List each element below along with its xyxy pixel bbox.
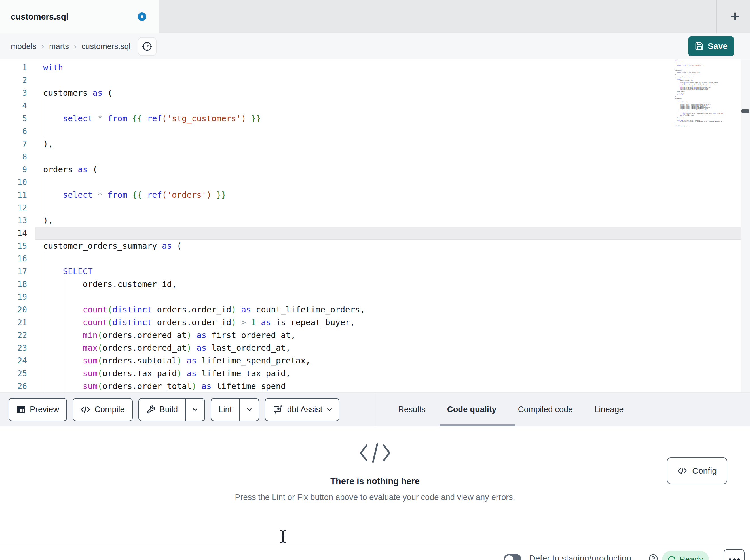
code-line[interactable]: 9orders as (: [0, 163, 750, 176]
code-line[interactable]: 3customers as (: [0, 87, 750, 99]
code-quality-panel: Config There is nothing here Press the L…: [0, 441, 750, 546]
code-line[interactable]: 10: [0, 176, 750, 189]
code-line[interactable]: 23 max(orders.ordered_at) as last_ordere…: [0, 341, 750, 354]
code-line[interactable]: 2: [0, 74, 750, 87]
code-line[interactable]: 7),: [0, 138, 750, 150]
code-line[interactable]: 11 select * from {{ ref('orders') }}: [0, 189, 750, 201]
code-line[interactable]: 1with: [0, 61, 750, 74]
dot: [737, 558, 740, 560]
line-number: 13: [0, 214, 36, 227]
status-bar: Defer to staging/production Ready: [0, 546, 750, 560]
code-icon: [81, 405, 90, 414]
compile-label: Compile: [94, 405, 124, 414]
breadcrumb-marts[interactable]: marts: [49, 42, 69, 51]
config-button[interactable]: Config: [667, 457, 727, 484]
code-line[interactable]: 12: [0, 201, 750, 214]
breadcrumb-file[interactable]: customers.sql: [82, 42, 131, 51]
code-line[interactable]: 17 SELECT: [0, 265, 750, 278]
breadcrumb-separator: ›: [41, 42, 44, 51]
line-number: 24: [0, 354, 36, 367]
wrench-icon: [146, 405, 155, 414]
assist-chat-icon: [273, 405, 283, 415]
tab-compiled-code[interactable]: Compiled code: [518, 405, 573, 414]
defer-label: Defer to staging/production: [529, 554, 631, 560]
lint-main[interactable]: Lint: [211, 398, 239, 421]
build-label: Build: [160, 405, 178, 414]
compass-icon: [141, 41, 153, 52]
empty-state-title: There is nothing here: [0, 476, 750, 486]
code-icon: [677, 467, 687, 475]
explore-lineage-button[interactable]: [138, 37, 157, 56]
line-number: 16: [0, 252, 36, 265]
code-line[interactable]: 16: [0, 252, 750, 265]
empty-state-code-icon: [0, 441, 750, 465]
config-label: Config: [692, 466, 717, 476]
code-line[interactable]: 22 min(orders.ordered_at) as first_order…: [0, 329, 750, 341]
code-line[interactable]: 8: [0, 150, 750, 163]
overflow-menu-button[interactable]: [724, 549, 745, 560]
editor-toolbar: Preview Compile Build L: [0, 392, 750, 426]
tab-divider: [716, 0, 716, 34]
dot: [729, 558, 731, 560]
code-line[interactable]: 25 sum(orders.tax_paid) as lifetime_tax_…: [0, 367, 750, 380]
build-main[interactable]: Build: [139, 398, 185, 421]
line-number: 11: [0, 189, 36, 201]
dbt-ide-window: customers.sql + models › marts › custome…: [0, 0, 750, 560]
code-line[interactable]: 26 sum(orders.order_total) as lifetime_s…: [0, 380, 750, 392]
line-number: 7: [0, 138, 36, 150]
new-tab-button[interactable]: +: [723, 4, 747, 29]
code-line[interactable]: 21 count(distinct orders.order_id) > 1 a…: [0, 316, 750, 329]
lint-button[interactable]: Lint: [211, 398, 259, 421]
dbt-assist-dropdown-button[interactable]: [325, 398, 339, 421]
preview-label: Preview: [30, 405, 59, 414]
tab-title: customers.sql: [11, 12, 68, 22]
dbt-assist-button[interactable]: dbt Assist: [265, 398, 339, 421]
table-icon: [17, 405, 25, 414]
line-number: 5: [0, 112, 36, 125]
save-button[interactable]: Save: [689, 36, 734, 56]
code-line[interactable]: 20 count(distinct orders.order_id) as co…: [0, 303, 750, 316]
code-line[interactable]: 15customer_orders_summary as (: [0, 240, 750, 252]
editor-scrollbar[interactable]: [741, 60, 750, 392]
build-dropdown-button[interactable]: [185, 398, 204, 421]
breadcrumb-models[interactable]: models: [11, 42, 36, 51]
code-lines: 1with23customers as (45 select * from {{…: [0, 60, 750, 392]
dbt-assist-label: dbt Assist: [287, 405, 322, 414]
minimap[interactable]: withcustomers as ( select * from {{ ref(…: [675, 60, 741, 134]
line-number: 17: [0, 265, 36, 278]
line-number: 23: [0, 341, 36, 354]
code-line[interactable]: 4: [0, 99, 750, 112]
line-number: 22: [0, 329, 36, 341]
code-line[interactable]: 14: [0, 227, 750, 240]
tab-results[interactable]: Results: [398, 405, 426, 414]
breadcrumb-bar: models › marts › customers.sql Save: [0, 34, 750, 60]
code-line[interactable]: 24 sum(orders.subtotal) as lifetime_spen…: [0, 354, 750, 367]
results-tabs: Results Code quality Compiled code Linea…: [398, 393, 624, 426]
build-button[interactable]: Build: [138, 398, 205, 421]
tab-lineage[interactable]: Lineage: [594, 405, 624, 414]
code-line[interactable]: 6: [0, 125, 750, 138]
code-line[interactable]: 19: [0, 291, 750, 303]
dot: [733, 558, 735, 560]
active-tab-underline: [439, 424, 515, 426]
line-number: 14: [0, 227, 36, 240]
code-line[interactable]: 5 select * from {{ ref('stg_customers') …: [0, 112, 750, 125]
defer-toggle[interactable]: [504, 554, 521, 560]
breadcrumb-separator: ›: [74, 42, 77, 51]
scrollbar-thumb[interactable]: [742, 109, 749, 113]
line-number: 4: [0, 99, 36, 112]
ready-label: Ready: [679, 555, 703, 560]
compile-button[interactable]: Compile: [73, 398, 133, 421]
lint-dropdown-button[interactable]: [239, 398, 259, 421]
code-line[interactable]: 18 orders.customer_id,: [0, 278, 750, 291]
tab-code-quality[interactable]: Code quality: [447, 405, 496, 414]
line-number: 2: [0, 74, 36, 87]
tab-customers-sql[interactable]: customers.sql: [0, 0, 159, 34]
code-editor[interactable]: 1with23customers as (45 select * from {{…: [0, 60, 750, 392]
line-number: 8: [0, 150, 36, 163]
code-line[interactable]: 13),: [0, 214, 750, 227]
help-icon[interactable]: [648, 554, 658, 560]
ready-status-badge[interactable]: Ready: [662, 551, 709, 560]
toggle-knob: [505, 556, 513, 560]
preview-button[interactable]: Preview: [8, 398, 67, 421]
